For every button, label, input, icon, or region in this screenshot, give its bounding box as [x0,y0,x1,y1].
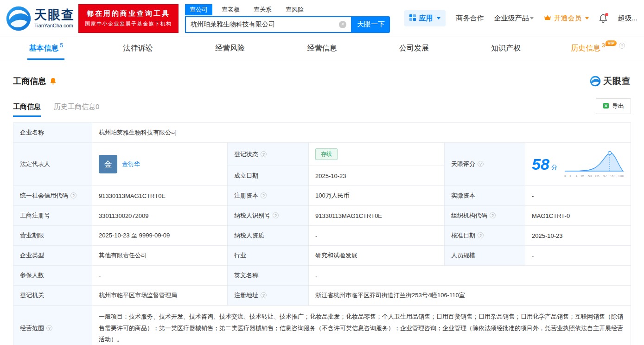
help-icon[interactable] [478,232,484,238]
score-axis-labels: 013 155085 9799100 [564,174,624,178]
chevron-down-icon [585,17,589,19]
tab-operating-info[interactable]: 经营信息 [276,37,368,60]
chevron-down-icon [530,17,534,19]
search-tab-boss[interactable]: 查老板 [217,4,244,15]
search-tab-company[interactable]: 查公司 [185,4,212,15]
section-header: 工商信息 天眼查 [13,75,631,87]
field-value-establish-date: 2025-10-23 [309,166,445,186]
field-value-staff-size: - [525,246,631,266]
score-unit: 分 [551,163,557,172]
monitor-bell-icon[interactable] [50,77,57,85]
field-value-legal-representative: 金 金衍华 [92,143,228,186]
brand-name: 天眼查 [34,8,75,22]
company-section-tabs: 基本信息 5 法律诉讼 经营风险 经营信息 公司发展 知识产权 历史信息 3 V… [0,37,644,60]
help-icon[interactable] [478,161,484,167]
tab-basic-info[interactable]: 基本信息 5 [0,37,92,60]
promo-line2: 国家中小企业发展子基金旗下机构 [78,20,179,27]
top-nav: 应用 商务合作 企业级产品 开通会员 [404,10,638,26]
table-row: 参保人数 - 英文名称 - [13,266,631,286]
search-input[interactable] [191,21,339,28]
tab-intellectual-property[interactable]: 知识产权 [460,37,552,60]
field-label-insured-count: 参保人数 [13,266,92,286]
field-label-registration-number: 工商注册号 [13,206,92,226]
tab-company-development[interactable]: 公司发展 [368,37,460,60]
tianyancha-logo-icon [590,76,601,87]
search-tab-relation[interactable]: 查关系 [249,4,276,15]
help-icon[interactable] [261,192,267,198]
field-value-industry: 研究和试验发展 [309,246,445,266]
export-button[interactable]: 导出 [596,98,631,114]
field-value-registration-number: 330113002072009 [92,206,228,226]
field-value-insured-count: - [92,266,228,286]
table-row: 法定代表人 金 金衍华 登记状态 存续 天眼评分 58 [13,143,631,166]
score-distribution-chart: 013 155085 9799100 [564,150,624,178]
search-tab-risk[interactable]: 查风险 [281,4,308,15]
field-value-organization-code: MAG1CTRT-0 [525,206,631,226]
tianyancha-watermark: 天眼查 [590,75,631,87]
enterprise-products-label: 企业级产品 [494,14,529,23]
nav-super-vip[interactable]: 超级... [618,14,638,23]
field-label-organization-code: 组织机构代码 [445,206,525,226]
field-value-registered-capital: 100万人民币 [309,186,445,206]
field-value-registration-authority: 杭州市临平区市场监督管理局 [92,286,228,306]
help-icon[interactable] [261,151,267,157]
field-value-taxpayer-quality: - [309,226,445,246]
help-icon[interactable] [490,212,496,218]
tab-operating-risk[interactable]: 经营风险 [184,37,276,60]
apps-label: 应用 [419,14,433,23]
section-title: 工商信息 [13,76,46,87]
clear-search-icon[interactable] [339,21,346,28]
open-membership-label: 开通会员 [554,14,581,23]
search-tabs: 查公司 查老板 查关系 查风险 [185,4,390,15]
field-label-registered-address: 注册地址 [228,286,309,306]
nav-enterprise-products[interactable]: 企业级产品 [494,14,534,23]
tianyancha-logo[interactable]: 天眼查 TianYanCha.com [6,6,75,32]
field-label-paid-capital: 实缴资本 [445,186,525,206]
table-row: 经营范围 一般项目：技术服务、技术开发、技术咨询、技术交流、技术转让、技术推广；… [13,306,631,345]
search-box [185,16,352,33]
tab-legal-proceedings[interactable]: 法律诉讼 [92,37,184,60]
apps-button[interactable]: 应用 [404,10,446,26]
field-label-staff-size: 人员规模 [445,246,525,266]
score-number: 58 [532,156,549,172]
search-button[interactable]: 天眼一下 [352,16,390,33]
field-label-taxpayer-id: 纳税人识别号 [228,206,309,226]
subtab-history-business-info[interactable]: 历史工商信息0 [54,102,99,117]
promo-banner: 都在用的商业查询工具 国家中小企业发展子基金旗下机构 [78,4,179,33]
field-value-paid-capital: - [525,186,631,206]
brand-domain: TianYanCha.com [34,23,75,28]
tianyancha-logo-icon [6,6,32,32]
table-row: 企业名称 杭州珀莱雅生物科技有限公司 [13,123,631,143]
nav-open-membership[interactable]: 开通会员 [544,14,589,23]
help-icon[interactable] [70,192,77,198]
field-label-registration-authority: 登记机关 [13,286,92,306]
tianyancha-company-page: 天眼查 TianYanCha.com 都在用的商业查询工具 国家中小企业发展子基… [0,0,644,345]
field-label-business-scope: 经营范围 [13,306,92,345]
field-value-registration-status: 存续 [309,143,445,166]
status-badge: 存续 [315,148,338,160]
excel-icon [603,102,609,110]
tab-history-info-label: 历史信息 [571,44,600,53]
chevron-down-icon [437,17,440,19]
help-icon[interactable] [46,325,52,331]
field-value-tianyan-score: 58 分 013 155085 [525,143,631,186]
table-row: 工商注册号 330113002072009 纳税人识别号 91330113MAG… [13,206,631,226]
field-label-establish-date: 成立日期 [228,166,309,186]
help-icon[interactable] [273,212,279,218]
tab-history-info[interactable]: 历史信息 3 VIP [552,37,644,60]
legal-rep-avatar[interactable]: 金 [99,155,117,173]
field-label-registered-capital: 注册资本 [228,186,309,206]
field-value-credit-code: 91330113MAG1CTRT0E [92,186,228,206]
subtab-business-info[interactable]: 工商信息 [13,102,41,117]
help-icon[interactable] [619,43,625,49]
field-label-credit-code: 统一社会信用代码 [13,186,92,206]
notifications-bell[interactable] [599,14,607,23]
nav-business-cooperation[interactable]: 商务合作 [456,14,484,23]
help-icon[interactable] [261,292,267,298]
table-row: 企业类型 其他有限责任公司 行业 研究和试验发展 人员规模 - [13,246,631,266]
legal-rep-link[interactable]: 金衍华 [122,160,140,168]
search-block: 查公司 查老板 查关系 查风险 天眼一下 [185,4,390,33]
export-label: 导出 [612,102,624,110]
field-label-taxpayer-quality: 纳税人资质 [228,226,309,246]
field-value-company-type: 其他有限责任公司 [92,246,228,266]
